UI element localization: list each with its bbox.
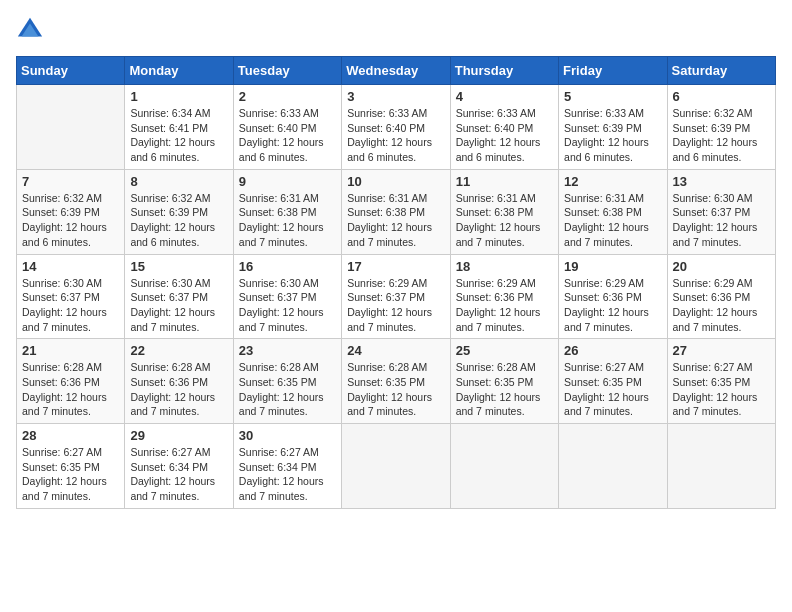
day-number: 10 [347,174,444,189]
calendar-cell: 17Sunrise: 6:29 AMSunset: 6:37 PMDayligh… [342,254,450,339]
day-number: 13 [673,174,770,189]
day-number: 7 [22,174,119,189]
calendar-cell: 27Sunrise: 6:27 AMSunset: 6:35 PMDayligh… [667,339,775,424]
day-number: 30 [239,428,336,443]
day-info: Sunrise: 6:31 AMSunset: 6:38 PMDaylight:… [239,191,336,250]
calendar-week-4: 21Sunrise: 6:28 AMSunset: 6:36 PMDayligh… [17,339,776,424]
calendar-cell: 9Sunrise: 6:31 AMSunset: 6:38 PMDaylight… [233,169,341,254]
day-number: 29 [130,428,227,443]
weekday-header-saturday: Saturday [667,57,775,85]
calendar-cell: 23Sunrise: 6:28 AMSunset: 6:35 PMDayligh… [233,339,341,424]
weekday-header-tuesday: Tuesday [233,57,341,85]
day-info: Sunrise: 6:31 AMSunset: 6:38 PMDaylight:… [456,191,553,250]
day-info: Sunrise: 6:28 AMSunset: 6:35 PMDaylight:… [347,360,444,419]
day-info: Sunrise: 6:30 AMSunset: 6:37 PMDaylight:… [673,191,770,250]
calendar-week-2: 7Sunrise: 6:32 AMSunset: 6:39 PMDaylight… [17,169,776,254]
day-number: 1 [130,89,227,104]
day-info: Sunrise: 6:27 AMSunset: 6:35 PMDaylight:… [564,360,661,419]
calendar-table: SundayMondayTuesdayWednesdayThursdayFrid… [16,56,776,509]
calendar-cell: 7Sunrise: 6:32 AMSunset: 6:39 PMDaylight… [17,169,125,254]
calendar-cell: 26Sunrise: 6:27 AMSunset: 6:35 PMDayligh… [559,339,667,424]
calendar-cell: 28Sunrise: 6:27 AMSunset: 6:35 PMDayligh… [17,424,125,509]
calendar-week-5: 28Sunrise: 6:27 AMSunset: 6:35 PMDayligh… [17,424,776,509]
day-info: Sunrise: 6:29 AMSunset: 6:36 PMDaylight:… [564,276,661,335]
calendar-cell: 20Sunrise: 6:29 AMSunset: 6:36 PMDayligh… [667,254,775,339]
day-info: Sunrise: 6:32 AMSunset: 6:39 PMDaylight:… [130,191,227,250]
day-info: Sunrise: 6:30 AMSunset: 6:37 PMDaylight:… [130,276,227,335]
day-number: 26 [564,343,661,358]
day-number: 23 [239,343,336,358]
calendar-cell: 25Sunrise: 6:28 AMSunset: 6:35 PMDayligh… [450,339,558,424]
day-info: Sunrise: 6:29 AMSunset: 6:36 PMDaylight:… [456,276,553,335]
day-number: 3 [347,89,444,104]
day-info: Sunrise: 6:28 AMSunset: 6:36 PMDaylight:… [130,360,227,419]
calendar-cell: 14Sunrise: 6:30 AMSunset: 6:37 PMDayligh… [17,254,125,339]
day-number: 22 [130,343,227,358]
calendar-cell: 8Sunrise: 6:32 AMSunset: 6:39 PMDaylight… [125,169,233,254]
calendar-cell: 2Sunrise: 6:33 AMSunset: 6:40 PMDaylight… [233,85,341,170]
calendar-cell: 30Sunrise: 6:27 AMSunset: 6:34 PMDayligh… [233,424,341,509]
day-number: 19 [564,259,661,274]
day-number: 21 [22,343,119,358]
day-info: Sunrise: 6:31 AMSunset: 6:38 PMDaylight:… [347,191,444,250]
day-info: Sunrise: 6:33 AMSunset: 6:40 PMDaylight:… [347,106,444,165]
day-info: Sunrise: 6:28 AMSunset: 6:35 PMDaylight:… [456,360,553,419]
day-number: 24 [347,343,444,358]
calendar-cell: 29Sunrise: 6:27 AMSunset: 6:34 PMDayligh… [125,424,233,509]
day-number: 28 [22,428,119,443]
day-number: 11 [456,174,553,189]
logo [16,16,48,44]
header-row: SundayMondayTuesdayWednesdayThursdayFrid… [17,57,776,85]
day-number: 5 [564,89,661,104]
calendar-week-3: 14Sunrise: 6:30 AMSunset: 6:37 PMDayligh… [17,254,776,339]
day-info: Sunrise: 6:31 AMSunset: 6:38 PMDaylight:… [564,191,661,250]
calendar-cell: 15Sunrise: 6:30 AMSunset: 6:37 PMDayligh… [125,254,233,339]
day-info: Sunrise: 6:30 AMSunset: 6:37 PMDaylight:… [22,276,119,335]
weekday-header-sunday: Sunday [17,57,125,85]
calendar-cell: 22Sunrise: 6:28 AMSunset: 6:36 PMDayligh… [125,339,233,424]
day-info: Sunrise: 6:30 AMSunset: 6:37 PMDaylight:… [239,276,336,335]
calendar-cell: 21Sunrise: 6:28 AMSunset: 6:36 PMDayligh… [17,339,125,424]
day-info: Sunrise: 6:34 AMSunset: 6:41 PMDaylight:… [130,106,227,165]
calendar-cell: 5Sunrise: 6:33 AMSunset: 6:39 PMDaylight… [559,85,667,170]
day-info: Sunrise: 6:27 AMSunset: 6:34 PMDaylight:… [130,445,227,504]
calendar-body: 1Sunrise: 6:34 AMSunset: 6:41 PMDaylight… [17,85,776,509]
day-number: 16 [239,259,336,274]
day-info: Sunrise: 6:33 AMSunset: 6:40 PMDaylight:… [239,106,336,165]
day-number: 15 [130,259,227,274]
weekday-header-thursday: Thursday [450,57,558,85]
day-number: 17 [347,259,444,274]
calendar-cell: 11Sunrise: 6:31 AMSunset: 6:38 PMDayligh… [450,169,558,254]
day-number: 4 [456,89,553,104]
calendar-cell [342,424,450,509]
calendar-cell: 6Sunrise: 6:32 AMSunset: 6:39 PMDaylight… [667,85,775,170]
day-info: Sunrise: 6:28 AMSunset: 6:36 PMDaylight:… [22,360,119,419]
day-info: Sunrise: 6:29 AMSunset: 6:36 PMDaylight:… [673,276,770,335]
calendar-cell: 3Sunrise: 6:33 AMSunset: 6:40 PMDaylight… [342,85,450,170]
day-info: Sunrise: 6:27 AMSunset: 6:34 PMDaylight:… [239,445,336,504]
calendar-cell [667,424,775,509]
day-number: 14 [22,259,119,274]
day-number: 27 [673,343,770,358]
logo-icon [16,16,44,44]
page-header [16,16,776,44]
day-number: 12 [564,174,661,189]
calendar-week-1: 1Sunrise: 6:34 AMSunset: 6:41 PMDaylight… [17,85,776,170]
calendar-header: SundayMondayTuesdayWednesdayThursdayFrid… [17,57,776,85]
calendar-cell: 12Sunrise: 6:31 AMSunset: 6:38 PMDayligh… [559,169,667,254]
calendar-cell [17,85,125,170]
calendar-cell [450,424,558,509]
day-number: 25 [456,343,553,358]
day-info: Sunrise: 6:28 AMSunset: 6:35 PMDaylight:… [239,360,336,419]
day-info: Sunrise: 6:29 AMSunset: 6:37 PMDaylight:… [347,276,444,335]
weekday-header-friday: Friday [559,57,667,85]
calendar-cell: 18Sunrise: 6:29 AMSunset: 6:36 PMDayligh… [450,254,558,339]
day-number: 8 [130,174,227,189]
calendar-cell: 1Sunrise: 6:34 AMSunset: 6:41 PMDaylight… [125,85,233,170]
day-info: Sunrise: 6:27 AMSunset: 6:35 PMDaylight:… [22,445,119,504]
day-info: Sunrise: 6:33 AMSunset: 6:39 PMDaylight:… [564,106,661,165]
day-number: 9 [239,174,336,189]
day-number: 18 [456,259,553,274]
day-info: Sunrise: 6:32 AMSunset: 6:39 PMDaylight:… [673,106,770,165]
day-info: Sunrise: 6:32 AMSunset: 6:39 PMDaylight:… [22,191,119,250]
